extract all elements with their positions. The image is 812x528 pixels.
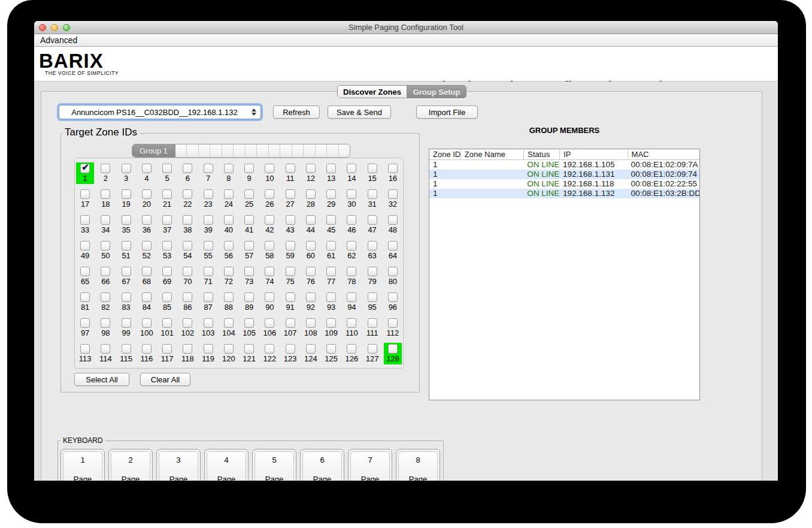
zone-checkbox-39[interactable] (204, 215, 213, 225)
zone-checkbox-35[interactable] (122, 215, 131, 225)
zone-checkbox-27[interactable] (286, 189, 295, 199)
zone-checkbox-70[interactable] (183, 267, 192, 276)
zone-checkbox-11[interactable] (286, 164, 295, 173)
zone-checkbox-122[interactable] (265, 344, 274, 354)
zone-checkbox-36[interactable] (142, 215, 152, 225)
zone-checkbox-42[interactable] (265, 215, 274, 225)
zone-checkbox-79[interactable] (368, 267, 377, 276)
import-file-button[interactable]: Import File (416, 105, 478, 119)
group-tab-empty-16[interactable] (339, 144, 350, 157)
zone-checkbox-76[interactable] (306, 267, 316, 276)
zone-checkbox-69[interactable] (162, 267, 172, 276)
clear-all-button[interactable]: Clear All (140, 373, 190, 386)
zone-checkbox-18[interactable] (101, 189, 110, 199)
zone-checkbox-85[interactable] (162, 292, 172, 302)
zone-checkbox-45[interactable] (326, 215, 336, 225)
zone-checkbox-61[interactable] (326, 241, 336, 251)
zone-checkbox-2[interactable] (101, 164, 110, 173)
keyboard-key-3[interactable]: 3Page (156, 449, 201, 481)
group-tab-empty-3[interactable] (187, 144, 198, 157)
group-tab-empty-14[interactable] (316, 144, 327, 157)
zone-checkbox-58[interactable] (265, 241, 274, 251)
zone-checkbox-20[interactable] (142, 189, 152, 199)
group-tab-empty-11[interactable] (280, 144, 292, 157)
zone-checkbox-112[interactable] (388, 318, 398, 328)
device-select[interactable]: Annuncicom PS16__C032BDD__192.168.1.132 (59, 105, 261, 119)
zone-checkbox-66[interactable] (101, 267, 110, 276)
zone-checkbox-98[interactable] (101, 318, 110, 328)
zone-checkbox-38[interactable] (183, 215, 192, 225)
zone-checkbox-41[interactable] (244, 215, 254, 225)
zone-checkbox-50[interactable] (101, 241, 110, 251)
zone-checkbox-40[interactable] (224, 215, 234, 225)
zone-checkbox-121[interactable] (244, 344, 254, 354)
zone-checkbox-22[interactable] (183, 189, 192, 199)
tab-group-setup[interactable]: Group Setup (407, 86, 466, 98)
zone-checkbox-105[interactable] (244, 318, 254, 328)
zone-checkbox-82[interactable] (101, 292, 110, 302)
zone-checkbox-62[interactable] (347, 241, 356, 251)
zone-checkbox-80[interactable] (388, 267, 398, 276)
zone-checkbox-74[interactable] (265, 267, 274, 276)
zone-checkbox-48[interactable] (388, 215, 398, 225)
keyboard-key-4[interactable]: 4Page (204, 449, 249, 481)
zone-checkbox-30[interactable] (347, 189, 356, 199)
zone-checkbox-47[interactable] (368, 215, 377, 225)
zone-checkbox-53[interactable] (162, 241, 172, 251)
zone-checkbox-103[interactable] (204, 318, 213, 328)
titlebar[interactable]: Simple Paging Configuration Tool (34, 21, 778, 34)
zone-checkbox-29[interactable] (326, 189, 336, 199)
zone-checkbox-93[interactable] (326, 292, 336, 302)
zone-checkbox-1[interactable] (80, 164, 90, 173)
zone-checkbox-23[interactable] (204, 189, 213, 199)
zone-checkbox-16[interactable] (388, 164, 398, 173)
zone-checkbox-106[interactable] (265, 318, 274, 328)
table-row[interactable]: 1ON LINE192.168.1.13200:08:E1:03:2B:DD (429, 189, 699, 198)
save-send-button[interactable]: Save & Send (328, 105, 391, 119)
zone-checkbox-19[interactable] (122, 189, 131, 199)
zone-checkbox-7[interactable] (204, 164, 213, 173)
zone-checkbox-88[interactable] (224, 292, 234, 302)
zone-checkbox-28[interactable] (306, 189, 316, 199)
zone-checkbox-120[interactable] (224, 344, 234, 354)
zone-checkbox-44[interactable] (306, 215, 316, 225)
zone-checkbox-125[interactable] (326, 344, 336, 354)
zone-checkbox-95[interactable] (368, 292, 377, 302)
tab-discover-zones[interactable]: Discover Zones (338, 86, 407, 98)
zone-checkbox-63[interactable] (368, 241, 377, 251)
zone-checkbox-71[interactable] (204, 267, 213, 276)
zone-checkbox-84[interactable] (142, 292, 152, 302)
menu-advanced[interactable]: Advanced (34, 35, 83, 45)
zone-checkbox-92[interactable] (306, 292, 316, 302)
zone-checkbox-26[interactable] (265, 189, 274, 199)
zone-checkbox-55[interactable] (204, 241, 213, 251)
refresh-button[interactable]: Refresh (273, 105, 320, 119)
zone-checkbox-109[interactable] (326, 318, 336, 328)
zone-checkbox-52[interactable] (142, 241, 152, 251)
zone-checkbox-128[interactable] (388, 344, 398, 354)
keyboard-key-6[interactable]: 6Page (300, 449, 344, 481)
group-tab-empty-5[interactable] (210, 144, 222, 157)
zone-checkbox-24[interactable] (224, 189, 234, 199)
group-tab-1[interactable]: Group 1 (132, 144, 175, 157)
zone-checkbox-118[interactable] (183, 344, 192, 354)
zone-checkbox-72[interactable] (224, 267, 234, 276)
zone-checkbox-32[interactable] (388, 189, 398, 199)
zone-checkbox-56[interactable] (224, 241, 234, 251)
zone-checkbox-97[interactable] (80, 318, 90, 328)
group-tab-empty-8[interactable] (246, 144, 257, 157)
table-row[interactable]: 1ON LINE192.168.1.13100:08:E1:02:09:74 (429, 170, 699, 179)
group-tab-empty-9[interactable] (257, 144, 268, 157)
zone-checkbox-8[interactable] (224, 164, 234, 173)
zone-checkbox-124[interactable] (306, 344, 316, 354)
zone-checkbox-13[interactable] (326, 164, 336, 173)
keyboard-key-1[interactable]: 1Page (60, 449, 105, 481)
zone-checkbox-90[interactable] (265, 292, 274, 302)
group-tab-empty-10[interactable] (269, 144, 280, 157)
zone-checkbox-114[interactable] (101, 344, 110, 354)
zone-checkbox-89[interactable] (244, 292, 254, 302)
zone-checkbox-25[interactable] (244, 189, 254, 199)
zone-checkbox-10[interactable] (265, 164, 274, 173)
zone-checkbox-123[interactable] (286, 344, 295, 354)
zone-checkbox-100[interactable] (142, 318, 152, 328)
